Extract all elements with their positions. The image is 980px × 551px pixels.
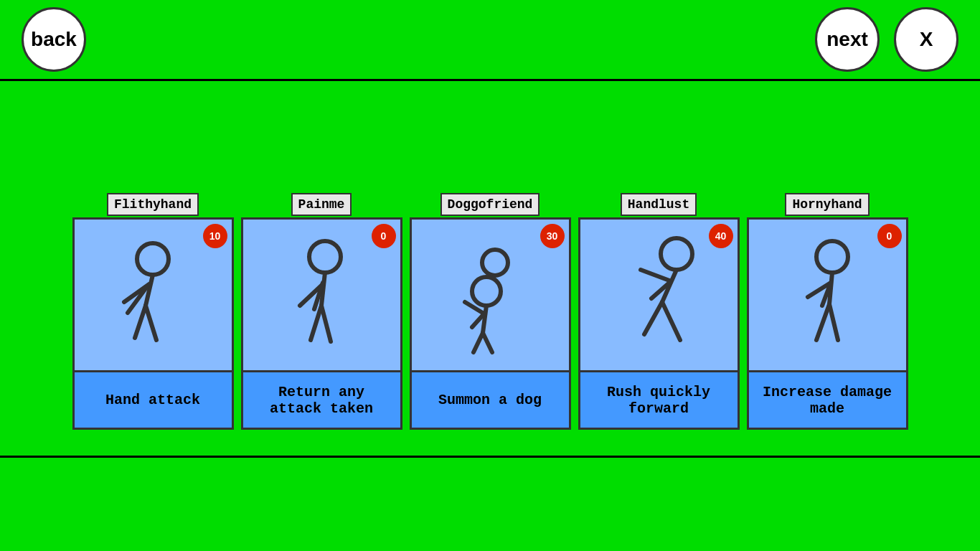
- bottom-divider: [0, 456, 980, 458]
- card-image-flithyhand: 10: [75, 220, 232, 370]
- card-wrapper-handlust: Handlust 40Rush quickly forward: [578, 193, 740, 430]
- card-name-hornyhand: Hornyhand: [785, 193, 869, 216]
- back-button[interactable]: back: [22, 7, 86, 72]
- main-content: Flithyhand 10Hand attackPainme: [0, 81, 980, 542]
- svg-point-13: [472, 277, 501, 306]
- card-description-flithyhand: Hand attack: [75, 370, 232, 428]
- svg-line-4: [135, 306, 146, 338]
- header: back next X: [0, 0, 980, 79]
- card-badge-doggofriend: 30: [540, 224, 565, 248]
- card-wrapper-painme: Painme 0Return any attack taken: [241, 193, 402, 430]
- svg-line-24: [662, 302, 680, 340]
- card-image-hornyhand: 0: [749, 220, 906, 370]
- card-wrapper-hornyhand: Hornyhand 0Increase damage made: [747, 193, 908, 430]
- svg-line-29: [816, 304, 829, 340]
- svg-line-21: [641, 270, 669, 281]
- card-doggofriend[interactable]: 30Summon a dog: [410, 217, 571, 430]
- card-painme[interactable]: 0Return any attack taken: [241, 217, 402, 430]
- svg-line-5: [146, 306, 156, 340]
- svg-line-11: [321, 306, 331, 342]
- card-badge-hornyhand: 0: [877, 224, 902, 248]
- close-button[interactable]: X: [894, 7, 958, 72]
- card-description-painme: Return any attack taken: [243, 370, 400, 428]
- card-name-flithyhand: Flithyhand: [107, 193, 199, 216]
- cards-container: Flithyhand 10Hand attackPainme: [72, 193, 908, 430]
- card-badge-handlust: 40: [709, 224, 733, 248]
- svg-line-17: [473, 333, 483, 352]
- svg-line-14: [483, 306, 486, 333]
- card-flithyhand[interactable]: 10Hand attack: [72, 217, 234, 430]
- card-badge-flithyhand: 10: [203, 224, 227, 248]
- svg-point-6: [309, 241, 341, 273]
- card-handlust[interactable]: 40Rush quickly forward: [578, 217, 740, 430]
- svg-line-10: [311, 306, 321, 340]
- svg-line-30: [829, 304, 838, 340]
- card-hornyhand[interactable]: 0Increase damage made: [747, 217, 908, 430]
- svg-point-19: [661, 238, 692, 270]
- card-image-doggofriend: 30: [412, 220, 569, 370]
- header-left: back: [22, 7, 86, 72]
- header-right: next X: [815, 7, 958, 72]
- svg-line-18: [483, 333, 492, 352]
- next-button[interactable]: next: [815, 7, 880, 72]
- card-description-hornyhand: Increase damage made: [749, 370, 906, 428]
- card-name-painme: Painme: [291, 193, 352, 216]
- card-badge-painme: 0: [372, 224, 396, 248]
- card-name-doggofriend: Doggofriend: [440, 193, 540, 216]
- svg-point-0: [137, 243, 169, 275]
- card-description-doggofriend: Summon a dog: [412, 370, 569, 428]
- card-wrapper-doggofriend: Doggofriend 30Summon a dog: [410, 193, 571, 430]
- card-image-handlust: 40: [580, 220, 738, 370]
- card-image-painme: 0: [243, 220, 400, 370]
- svg-line-23: [644, 302, 662, 334]
- svg-point-12: [482, 250, 508, 276]
- card-name-handlust: Handlust: [621, 193, 697, 216]
- card-description-handlust: Rush quickly forward: [580, 370, 738, 428]
- card-wrapper-flithyhand: Flithyhand 10Hand attack: [72, 193, 234, 430]
- svg-point-25: [816, 241, 848, 273]
